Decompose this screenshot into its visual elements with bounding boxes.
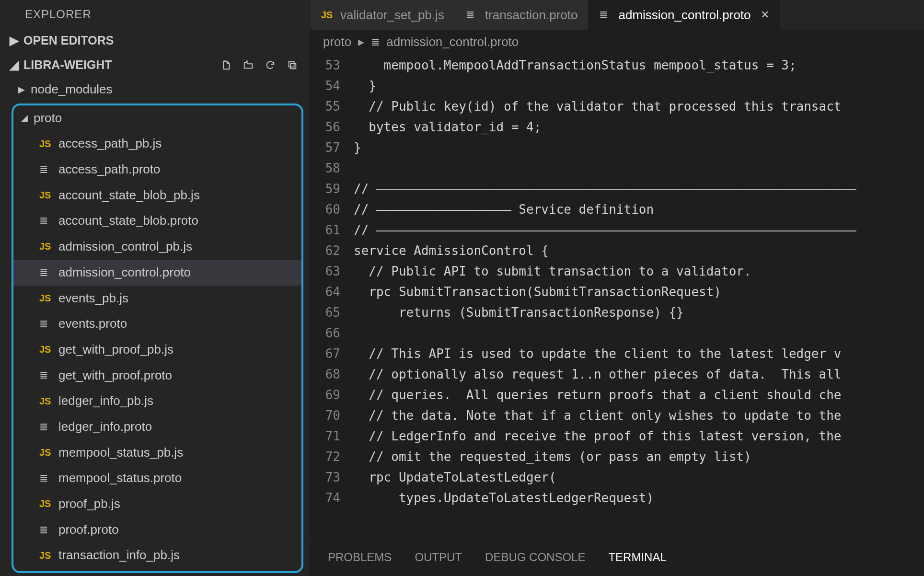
file-name-label: get_with_proof.proto bbox=[58, 367, 172, 385]
file-name-label: mempool_status_pb.js bbox=[58, 444, 183, 462]
file-name-label: access_path.proto bbox=[58, 161, 160, 179]
file-item[interactable]: ≣proof.proto bbox=[13, 517, 301, 543]
chevron-down-icon: ◢ bbox=[10, 58, 19, 72]
tab-label: transaction.proto bbox=[485, 8, 578, 23]
code-line bbox=[354, 323, 924, 344]
line-number: 70 bbox=[311, 405, 340, 426]
js-file-icon: JS bbox=[39, 343, 53, 357]
breadcrumb-seg-folder: proto bbox=[323, 35, 351, 49]
line-number-gutter: 5354555657585960616263646566676869707172… bbox=[311, 54, 354, 538]
folder-label: node_modules bbox=[31, 81, 113, 99]
file-item[interactable]: ≣ledger_info.proto bbox=[13, 414, 301, 440]
file-item[interactable]: ≣get_with_proof.proto bbox=[13, 363, 301, 389]
folder-node-modules[interactable]: ▶ node_modules bbox=[0, 77, 310, 103]
code-line: // —————————————————— Service definition bbox=[354, 199, 924, 220]
line-number: 73 bbox=[311, 467, 340, 488]
line-number: 54 bbox=[311, 76, 340, 96]
file-name-label: mempool_status.proto bbox=[58, 469, 182, 487]
file-item[interactable]: JSget_with_proof_pb.js bbox=[13, 337, 301, 363]
file-name-label: proof_pb.js bbox=[58, 495, 120, 513]
open-editors-label: OPEN EDITORS bbox=[23, 34, 114, 47]
chevron-down-icon: ◢ bbox=[21, 112, 28, 124]
file-item[interactable]: ≣admission_control.proto bbox=[13, 260, 301, 286]
breadcrumb[interactable]: proto ▸ ≣ admission_control.proto bbox=[311, 30, 924, 54]
file-item[interactable]: JSaccount_state_blob_pb.js bbox=[13, 183, 301, 208]
file-item[interactable]: ≣events.proto bbox=[13, 311, 301, 337]
file-item[interactable]: JSledger_info_pb.js bbox=[13, 388, 301, 414]
file-item[interactable]: JSevents_pb.js bbox=[13, 286, 301, 311]
file-name-label: account_state_blob.proto bbox=[58, 212, 198, 230]
file-item[interactable]: JSadmission_control_pb.js bbox=[13, 234, 301, 260]
bottom-panel: PROBLEMS OUTPUT DEBUG CONSOLE TERMINAL bbox=[311, 538, 924, 576]
js-file-icon: JS bbox=[321, 10, 335, 21]
code-line: // queries. All queries return proofs th… bbox=[354, 385, 924, 405]
file-name-label: events_pb.js bbox=[58, 289, 128, 308]
file-item[interactable]: JSproof_pb.js bbox=[13, 491, 301, 517]
panel-tab-problems[interactable]: PROBLEMS bbox=[328, 551, 392, 564]
file-name-label: transaction_info_pb.js bbox=[58, 546, 180, 564]
js-file-icon: JS bbox=[39, 137, 53, 151]
file-item[interactable]: ≣access_path.proto bbox=[13, 157, 301, 183]
js-file-icon: JS bbox=[39, 188, 53, 202]
code-content[interactable]: mempool.MempoolAddTransactionStatus memp… bbox=[354, 54, 924, 538]
file-name-label: ledger_info.proto bbox=[58, 418, 152, 436]
folder-proto[interactable]: ◢ proto bbox=[13, 105, 301, 131]
line-number: 66 bbox=[311, 323, 340, 344]
line-number: 71 bbox=[311, 426, 340, 447]
project-header[interactable]: ◢ LIBRA-WEIGHT bbox=[0, 53, 310, 77]
proto-folder-highlight: ◢ proto JSaccess_path_pb.js≣access_path.… bbox=[12, 104, 303, 573]
chevron-right-icon: ▶ bbox=[10, 34, 19, 47]
project-name: LIBRA-WEIGHT bbox=[23, 58, 112, 72]
code-line: bytes validator_id = 4; bbox=[354, 117, 924, 138]
code-line: returns (SubmitTransactionResponse) {} bbox=[354, 302, 924, 323]
close-icon[interactable]: ✕ bbox=[761, 9, 769, 21]
line-number: 61 bbox=[311, 220, 340, 241]
code-line: rpc SubmitTransaction(SubmitTransactionR… bbox=[354, 282, 924, 302]
file-name-label: ledger_info_pb.js bbox=[58, 392, 153, 410]
breadcrumb-seg-file: admission_control.proto bbox=[386, 35, 519, 49]
tab-label: admission_control.proto bbox=[618, 8, 751, 23]
svg-rect-0 bbox=[289, 61, 294, 67]
code-line: // the data. Note that if a client only … bbox=[354, 405, 924, 426]
line-number: 65 bbox=[311, 302, 340, 323]
proto-file-icon: ≣ bbox=[39, 471, 53, 486]
line-number: 59 bbox=[311, 179, 340, 199]
folder-label: proto bbox=[34, 109, 62, 127]
panel-tab-debug-console[interactable]: DEBUG CONSOLE bbox=[485, 551, 585, 564]
file-item[interactable]: ≣account_state_blob.proto bbox=[13, 208, 301, 234]
tab-label: validator_set_pb.js bbox=[340, 8, 444, 23]
file-name-label: admission_control_pb.js bbox=[58, 238, 192, 256]
line-number: 64 bbox=[311, 282, 340, 302]
file-name-label: account_state_blob_pb.js bbox=[58, 186, 200, 205]
editor-tab[interactable]: ≣admission_control.proto✕ bbox=[589, 0, 780, 30]
line-number: 53 bbox=[311, 55, 340, 76]
code-line: // LedgerInfo and receive the proof of t… bbox=[354, 426, 924, 447]
file-item[interactable]: JSmempool_status_pb.js bbox=[13, 440, 301, 466]
line-number: 58 bbox=[311, 158, 340, 179]
editor-tab[interactable]: JSvalidator_set_pb.js bbox=[311, 0, 455, 30]
new-folder-icon[interactable] bbox=[242, 59, 254, 71]
file-item[interactable]: JSaccess_path_pb.js bbox=[13, 131, 301, 157]
panel-tab-output[interactable]: OUTPUT bbox=[415, 551, 462, 564]
panel-tab-terminal[interactable]: TERMINAL bbox=[608, 551, 666, 564]
code-line: mempool.MempoolAddTransactionStatus memp… bbox=[354, 55, 924, 76]
line-number: 63 bbox=[311, 261, 340, 282]
refresh-icon[interactable] bbox=[264, 59, 277, 71]
line-number: 62 bbox=[311, 241, 340, 261]
proto-file-icon: ≣ bbox=[599, 9, 612, 21]
code-editor[interactable]: 5354555657585960616263646566676869707172… bbox=[311, 54, 924, 538]
code-line: } bbox=[354, 138, 924, 158]
proto-file-icon: ≣ bbox=[371, 36, 380, 48]
proto-file-icon: ≣ bbox=[39, 368, 53, 383]
file-name-label: events.proto bbox=[58, 315, 127, 333]
proto-file-icon: ≣ bbox=[466, 9, 479, 21]
file-item[interactable]: JStransaction_info_pb.js bbox=[13, 542, 301, 568]
code-line: } bbox=[354, 76, 924, 96]
collapse-all-icon[interactable] bbox=[286, 59, 299, 71]
new-file-icon[interactable] bbox=[220, 59, 232, 71]
proto-file-icon: ≣ bbox=[39, 213, 53, 229]
editor-tab[interactable]: ≣transaction.proto bbox=[455, 0, 589, 30]
code-line: rpc UpdateToLatestLedger( bbox=[354, 467, 924, 488]
open-editors-section[interactable]: ▶ OPEN EDITORS bbox=[0, 28, 310, 53]
file-item[interactable]: ≣mempool_status.proto bbox=[13, 465, 301, 491]
